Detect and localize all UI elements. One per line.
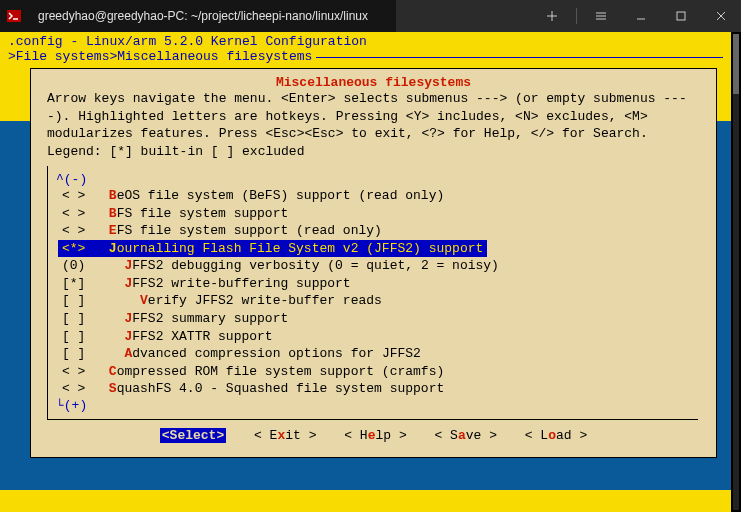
menu-item[interactable]: [ ] Verify JFFS2 write-buffer reads [58, 292, 698, 310]
terminal-screen: .config - Linux/arm 5.2.0 Kernel Configu… [0, 32, 731, 512]
menu-item[interactable]: [ ] JFFS2 XATTR support [58, 328, 698, 346]
terminal-icon [0, 0, 28, 32]
menu-item[interactable]: <*> Journalling Flash File System v2 (JF… [58, 240, 487, 258]
window-tab[interactable]: greedyhao@greedyhao-PC: ~/project/lichee… [28, 0, 396, 32]
divider [576, 8, 577, 24]
hotkey-letter: B [109, 206, 117, 221]
new-tab-button[interactable] [532, 0, 572, 32]
menu-item[interactable]: [ ] JFFS2 summary support [58, 310, 698, 328]
maximize-button[interactable] [661, 0, 701, 32]
hotkey-letter: C [109, 364, 117, 379]
menu-item[interactable]: < > SquashFS 4.0 - Squashed file system … [58, 380, 698, 398]
button-bar: <Select> < Exit > < Help > < Save > < Lo… [41, 426, 706, 447]
hotkey-letter: S [109, 381, 117, 396]
hotkey-letter: V [140, 293, 148, 308]
config-title: .config - Linux/arm 5.2.0 Kernel Configu… [8, 34, 723, 49]
menuconfig-panel: Miscellaneous filesystems Arrow keys nav… [30, 68, 717, 458]
scroll-down-indicator: └(+) [56, 398, 698, 413]
select-button[interactable]: <Select> [160, 428, 226, 443]
svg-rect-0 [7, 10, 21, 22]
menu-button[interactable] [581, 0, 621, 32]
menu-item[interactable]: < > EFS file system support (read only) [58, 222, 698, 240]
scrollbar[interactable] [733, 34, 739, 510]
help-text: Arrow keys navigate the menu. <Enter> se… [41, 90, 706, 160]
window-titlebar: greedyhao@greedyhao-PC: ~/project/lichee… [0, 0, 741, 32]
help-button[interactable]: < Help > [344, 428, 406, 443]
menu-item[interactable]: < > BeOS file system (BeFS) support (rea… [58, 187, 698, 205]
menu-item[interactable]: < > BFS file system support [58, 205, 698, 223]
panel-title: Miscellaneous filesystems [41, 75, 706, 90]
close-button[interactable] [701, 0, 741, 32]
menu-item[interactable]: < > Compressed ROM file system support (… [58, 363, 698, 381]
exit-button[interactable]: < Exit > [254, 428, 316, 443]
menu-item[interactable]: [ ] Advanced compression options for JFF… [58, 345, 698, 363]
option-list[interactable]: ^(-) < > BeOS file system (BeFS) support… [47, 166, 698, 420]
minimize-button[interactable] [621, 0, 661, 32]
save-button[interactable]: < Save > [435, 428, 497, 443]
menu-item[interactable]: [*] JFFS2 write-buffering support [58, 275, 698, 293]
menu-item[interactable]: (0) JFFS2 debugging verbosity (0 = quiet… [58, 257, 698, 275]
breadcrumb: > File systems > Miscellaneous filesyste… [8, 49, 723, 64]
load-button[interactable]: < Load > [525, 428, 587, 443]
hotkey-letter: B [109, 188, 117, 203]
hotkey-letter: E [109, 223, 117, 238]
svg-rect-8 [677, 12, 685, 20]
scrollbar-thumb[interactable] [733, 34, 739, 94]
hotkey-letter: J [109, 241, 117, 256]
scroll-up-indicator: ^(-) [56, 172, 698, 187]
